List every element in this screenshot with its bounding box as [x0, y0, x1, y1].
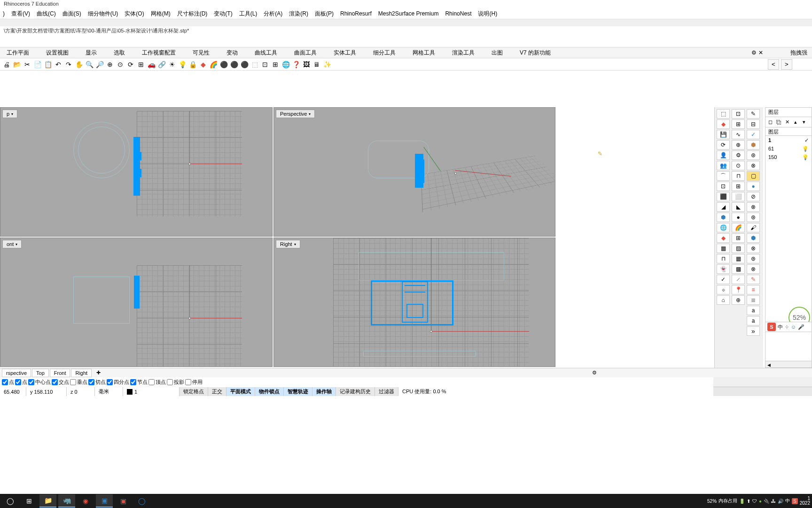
viewport-tab[interactable]: rspective	[2, 369, 31, 377]
menu-item[interactable]: 尺寸标注(D)	[174, 9, 211, 19]
sphere1-icon[interactable]: ⚫	[219, 60, 228, 69]
tool-icon[interactable]: 📍	[732, 285, 745, 294]
tool-icon[interactable]: ✓	[747, 130, 760, 139]
globe-icon[interactable]: 🌐	[281, 60, 290, 69]
tool-icon[interactable]: ▢	[747, 171, 760, 181]
tab[interactable]: 工作平面	[4, 47, 32, 59]
layers-icon[interactable]: ◆	[198, 60, 208, 69]
monitor-icon[interactable]: 🖥	[312, 60, 321, 69]
tool-icon[interactable]: ⬢	[747, 140, 760, 150]
tool-icon[interactable]: ≣	[747, 295, 760, 305]
viewport-label-right[interactable]: Right▾	[276, 240, 300, 248]
viewport-label-front[interactable]: ont▾	[2, 240, 22, 248]
tab[interactable]: 实体工具	[331, 47, 359, 59]
tab[interactable]: 网格工具	[410, 47, 438, 59]
grid-icon[interactable]: ⊞	[136, 60, 146, 69]
nav-prev-button[interactable]: <	[768, 59, 779, 70]
layer-row[interactable]: 150 💡	[765, 153, 812, 161]
viewport-perspective[interactable]: Perspective▾	[273, 107, 555, 237]
tool-icon[interactable]: 👥	[717, 161, 730, 170]
tool-icon[interactable]: ✎	[747, 109, 760, 119]
tool-icon[interactable]: ⊓	[732, 171, 745, 181]
viewport-tab[interactable]: Top	[32, 369, 49, 377]
osnap-item[interactable]: 停用	[185, 379, 203, 386]
tab[interactable]: 细分工具	[370, 47, 398, 59]
menu-item[interactable]: 变动(T)	[211, 9, 235, 19]
osnap-item[interactable]: 点	[15, 379, 27, 386]
tool-icon[interactable]: ⊡	[732, 109, 745, 119]
tool-icon[interactable]: ∿	[732, 130, 745, 139]
tool-icon[interactable]: 💾	[717, 130, 730, 139]
menu-item[interactable]: 面板(P)	[312, 9, 336, 19]
tool-icon[interactable]: ⬛	[717, 192, 730, 201]
viewport-front[interactable]: ont▾	[0, 238, 273, 367]
bulb-icon[interactable]: 💡	[802, 154, 809, 160]
add-tab-icon[interactable]: ✚	[93, 369, 104, 377]
new-layer-icon[interactable]: ◻	[766, 119, 774, 126]
redo-icon[interactable]: ↷	[64, 60, 73, 69]
tab[interactable]: 曲面工具	[291, 47, 320, 59]
status-mode[interactable]: 过滤器	[375, 387, 398, 396]
sphere3-icon[interactable]: ⚫	[240, 60, 249, 69]
menu-item[interactable]: 曲线(C)	[34, 9, 59, 19]
sun-icon[interactable]: ☀	[167, 60, 177, 69]
tab[interactable]: 设置视图	[43, 47, 71, 59]
sphere2-icon[interactable]: ⚫	[229, 60, 239, 69]
tool-icon[interactable]: ●	[732, 213, 745, 222]
tool-icon[interactable]: 🌈	[732, 223, 745, 232]
tool-icon[interactable]: ⬢	[717, 213, 730, 222]
status-mode[interactable]: 锁定格点	[180, 387, 208, 396]
zoom-icon[interactable]: 🔍	[85, 60, 94, 69]
task-view-button[interactable]: ⊞	[21, 494, 38, 508]
menu-item[interactable]: 说明(H)	[475, 9, 500, 19]
tool-icon[interactable]: ⊞	[732, 233, 745, 243]
tool-icon[interactable]: ●	[747, 182, 760, 191]
tool-icon[interactable]: ⊛	[747, 254, 760, 263]
up-icon[interactable]: ▴	[792, 119, 799, 126]
tool-icon[interactable]: ▦	[717, 244, 730, 253]
tray-icon[interactable]: ●	[759, 499, 762, 504]
bulb-icon[interactable]: 💡	[802, 146, 809, 152]
ime-icon[interactable]: ⁘	[785, 324, 789, 330]
tool-icon[interactable]: ▩	[732, 264, 745, 274]
tray-icon[interactable]: ⬆	[747, 499, 750, 504]
tab[interactable]: 出图	[489, 47, 506, 59]
app-button[interactable]: ◉	[77, 494, 94, 508]
undo-icon[interactable]: ↶	[54, 60, 63, 69]
ime-mic-icon[interactable]: 🎤	[798, 324, 804, 330]
paste-icon[interactable]: 📋	[43, 60, 53, 69]
copy-layer-icon[interactable]: ⿻	[775, 119, 782, 126]
sogou-icon[interactable]: S	[792, 498, 798, 504]
tool-icon[interactable]: ⊛	[747, 213, 760, 222]
menu-item[interactable]: 分析(A)	[261, 9, 285, 19]
battery-icon[interactable]: 🔋	[739, 499, 745, 504]
zoom-selected-icon[interactable]: ⊙	[116, 60, 125, 69]
tool-icon[interactable]: ⊞	[732, 182, 745, 191]
status-mode[interactable]: 正交	[208, 387, 226, 396]
tool-icon[interactable]: ⟋	[732, 275, 745, 284]
viewport-tab[interactable]: Front	[50, 369, 70, 377]
ime-bar[interactable]: S 中 ⁘ ☺ 🎤	[765, 322, 812, 332]
tool-icon[interactable]: a	[747, 306, 760, 315]
tool-icon[interactable]: ⊙	[732, 161, 745, 170]
menu-item[interactable]: RhinoResurf	[337, 9, 375, 18]
tool-icon[interactable]: ⊟	[747, 119, 760, 129]
tool-icon[interactable]: ⊕	[732, 295, 745, 305]
osnap-item[interactable]: 点	[2, 379, 14, 386]
open-icon[interactable]: 📂	[12, 60, 22, 69]
status-mode[interactable]: 平面模式	[226, 387, 255, 396]
tool-icon[interactable]: 👻	[717, 264, 730, 274]
more-tools-icon[interactable]: »	[747, 326, 760, 336]
status-mode[interactable]: 物件锁点	[255, 387, 284, 396]
help-icon[interactable]: ❓	[291, 60, 301, 69]
tool-icon[interactable]: ⊗	[747, 264, 760, 274]
viewport-label-perspective[interactable]: Perspective▾	[276, 110, 315, 118]
osnap-item[interactable]: 交点	[52, 379, 69, 386]
tool-icon[interactable]: ◆	[717, 233, 730, 243]
layers-scrollbar[interactable]: ◀	[765, 361, 812, 367]
link-icon[interactable]: 🔗	[157, 60, 166, 69]
tool-icon[interactable]: ⟳	[717, 140, 730, 150]
tab[interactable]: V7 的新功能	[517, 47, 554, 59]
pan-icon[interactable]: ✋	[74, 60, 84, 69]
menu-item[interactable]: 渲染(R)	[286, 9, 311, 19]
